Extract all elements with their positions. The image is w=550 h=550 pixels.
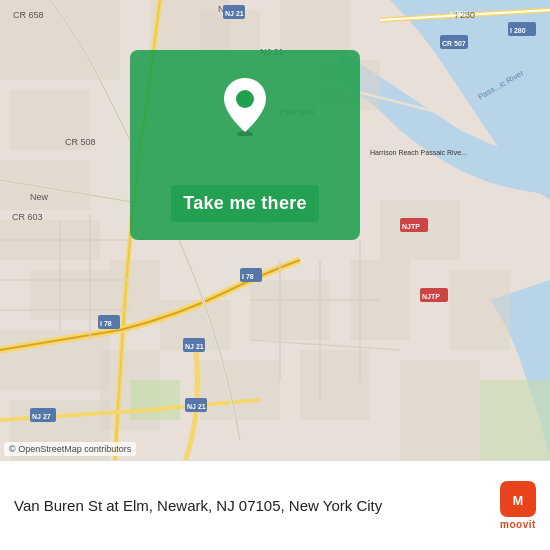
svg-text:NJ 27: NJ 27 [32, 413, 51, 420]
map-attribution: © OpenStreetMap contributors [4, 442, 136, 456]
svg-text:CR 507: CR 507 [442, 40, 466, 47]
svg-text:I 280: I 280 [510, 27, 526, 34]
svg-text:Harrison Reach Passaic Rive...: Harrison Reach Passaic Rive... [370, 149, 467, 156]
svg-text:CR 658: CR 658 [13, 10, 44, 20]
take-me-there-overlay[interactable]: Take me there [130, 50, 360, 240]
svg-point-68 [236, 90, 254, 108]
svg-rect-22 [130, 380, 180, 420]
svg-text:NJTP: NJTP [402, 223, 420, 230]
svg-text:CR 508: CR 508 [65, 137, 96, 147]
svg-rect-5 [30, 270, 110, 320]
svg-rect-20 [400, 360, 480, 460]
svg-rect-3 [0, 160, 90, 210]
svg-rect-23 [480, 380, 550, 460]
moovit-logo[interactable]: M moovit [500, 481, 536, 530]
address-text: Van Buren St at Elm, Newark, NJ 07105, N… [14, 496, 490, 516]
svg-rect-10 [280, 0, 350, 55]
svg-text:CR 603: CR 603 [12, 212, 43, 222]
svg-text:NJ 21: NJ 21 [185, 343, 204, 350]
svg-text:NJ 21: NJ 21 [187, 403, 206, 410]
svg-rect-21 [450, 270, 510, 350]
map-container: CR 658 CR 508 CR 603 I 280 I 280 NJ 21 N… [0, 0, 550, 460]
svg-text:NJTP: NJTP [422, 293, 440, 300]
svg-rect-16 [250, 280, 330, 340]
svg-rect-13 [200, 360, 280, 420]
svg-text:M: M [513, 494, 524, 508]
moovit-icon: M [500, 481, 536, 517]
svg-text:NJ 21: NJ 21 [225, 10, 244, 17]
moovit-label: moovit [500, 519, 536, 530]
location-pin-icon [221, 78, 269, 140]
bottom-bar: Van Buren St at Elm, Newark, NJ 07105, N… [0, 460, 550, 550]
svg-text:I 280: I 280 [450, 9, 468, 18]
svg-text:I 78: I 78 [100, 320, 112, 327]
take-me-there-button[interactable]: Take me there [171, 185, 319, 222]
svg-text:I 78: I 78 [242, 273, 254, 280]
svg-text:New: New [30, 192, 49, 202]
svg-rect-15 [110, 260, 160, 320]
